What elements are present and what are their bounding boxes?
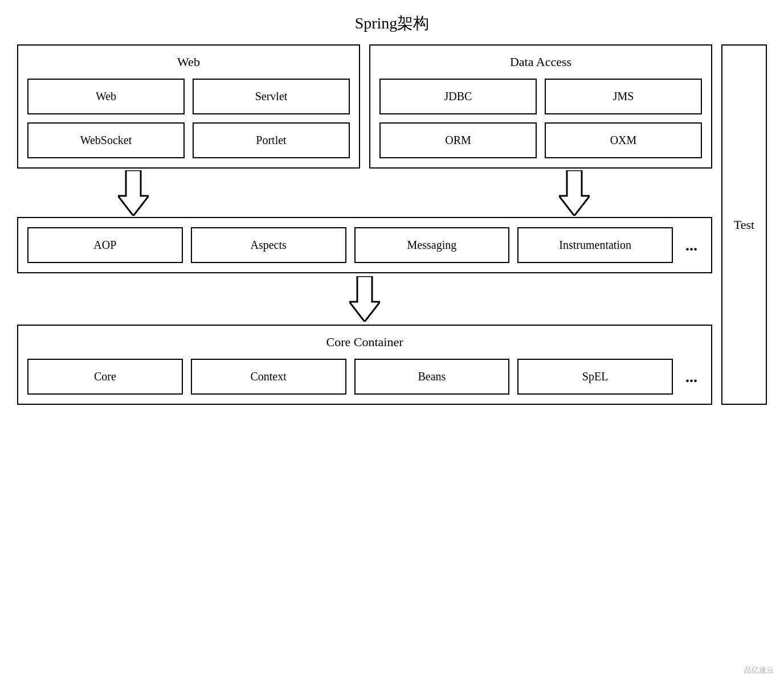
- core-container-module: Core Container Core Context Beans SpEL .…: [17, 325, 712, 405]
- test-label: Test: [734, 218, 754, 232]
- core-sub-context: Context: [191, 359, 346, 395]
- web-sub-web: Web: [27, 79, 185, 114]
- svg-marker-0: [118, 170, 149, 216]
- arrow-web-down: [23, 170, 243, 216]
- data-access-grid: JDBC JMS ORM OXM: [379, 79, 702, 158]
- svg-marker-1: [559, 170, 590, 216]
- web-module-title: Web: [27, 55, 350, 69]
- web-sub-portlet: Portlet: [193, 122, 350, 158]
- data-sub-oxm: OXM: [545, 122, 702, 158]
- aop-module: AOP Aspects Messaging Instrumentation ..…: [17, 217, 712, 273]
- core-container-title: Core Container: [27, 335, 702, 350]
- arrows-row-1: [17, 169, 712, 217]
- aop-sub-aop: AOP: [27, 227, 183, 263]
- arrow-data-down: [464, 170, 684, 216]
- core-dots: ...: [681, 368, 702, 386]
- aop-sub-instrumentation: Instrumentation: [517, 227, 673, 263]
- data-sub-jdbc: JDBC: [379, 79, 537, 114]
- core-sub-spel: SpEL: [517, 359, 673, 395]
- core-grid: Core Context Beans SpEL ...: [27, 359, 702, 395]
- data-access-module: Data Access JDBC JMS ORM OXM: [369, 44, 712, 169]
- core-sub-beans: Beans: [354, 359, 510, 395]
- web-module: Web Web Servlet WebSocket Portlet: [17, 44, 360, 169]
- aop-grid: AOP Aspects Messaging Instrumentation ..…: [27, 227, 702, 263]
- page-title: Spring架构: [0, 0, 784, 44]
- data-sub-orm: ORM: [379, 122, 537, 158]
- aop-sub-aspects: Aspects: [191, 227, 346, 263]
- aop-dots: ...: [681, 236, 702, 255]
- data-sub-jms: JMS: [545, 79, 702, 114]
- test-module: Test: [721, 44, 767, 405]
- svg-marker-2: [349, 276, 380, 322]
- arrow-center-row: [17, 273, 712, 325]
- aop-sub-messaging: Messaging: [354, 227, 510, 263]
- web-sub-websocket: WebSocket: [27, 122, 185, 158]
- web-sub-servlet: Servlet: [193, 79, 350, 114]
- web-module-grid: Web Servlet WebSocket Portlet: [27, 79, 350, 158]
- watermark: 品亿速云: [744, 665, 774, 675]
- core-sub-core: Core: [27, 359, 183, 395]
- data-access-title: Data Access: [379, 55, 702, 69]
